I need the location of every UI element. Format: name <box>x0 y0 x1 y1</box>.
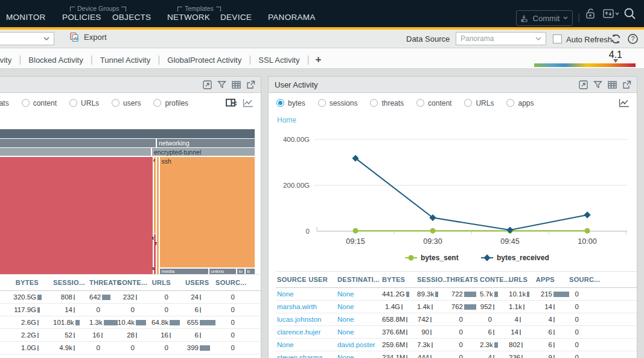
column-header[interactable]: SOURC... <box>569 276 596 283</box>
treemap-block[interactable] <box>0 139 156 147</box>
column-header[interactable]: URLS <box>151 279 185 286</box>
breadcrumb[interactable]: Home <box>269 113 637 127</box>
user-link[interactable]: david.poster <box>337 341 375 348</box>
column-header[interactable]: BYTES <box>382 276 417 283</box>
export-button[interactable]: Export <box>69 32 107 42</box>
data-source-select[interactable]: Panorama <box>456 32 546 45</box>
user-link[interactable]: steven.sharma <box>277 354 322 358</box>
nav-monitor[interactable]: MONITOR <box>6 13 46 22</box>
treemap-block-unkno[interactable]: unkno <box>209 269 236 274</box>
column-header[interactable]: URLS <box>509 276 535 283</box>
treemap-icon[interactable] <box>226 98 237 107</box>
treemap-block-encrypted-tunnel[interactable]: encrypted-tunnel <box>152 148 255 156</box>
left-select[interactable] <box>0 32 54 45</box>
radio-content[interactable]: content <box>416 99 451 107</box>
column-header[interactable]: USERS <box>185 279 215 286</box>
radio-profiles[interactable]: profiles <box>153 99 188 107</box>
tab-activity[interactable]: Activity <box>0 56 19 65</box>
column-header[interactable]: THREATS <box>89 279 117 286</box>
nav-objects[interactable]: OBJECTS <box>112 13 151 22</box>
column-header[interactable]: SOURCE USER <box>276 276 336 283</box>
radio-dot[interactable] <box>318 99 326 107</box>
tab-blocked-activity[interactable]: Blocked Activity <box>21 56 90 65</box>
column-header[interactable]: SESSIO... <box>53 279 89 286</box>
search-icon[interactable] <box>623 7 637 21</box>
auto-refresh-checkbox[interactable]: Auto Refresh <box>553 34 612 44</box>
tab-tunnel-activity[interactable]: Tunnel Activity <box>93 56 158 65</box>
user-link[interactable]: None <box>277 290 294 298</box>
radio-URLs[interactable]: URLs <box>464 99 494 107</box>
numeric-cell: 0 <box>89 304 117 316</box>
refresh-icon[interactable] <box>610 33 622 45</box>
treemap-block[interactable] <box>0 148 151 156</box>
user-link[interactable]: None <box>277 341 294 348</box>
line-chart-icon[interactable] <box>243 98 253 107</box>
treemap-block[interactable] <box>157 157 159 274</box>
treemap-block-networking[interactable]: networking <box>157 139 255 147</box>
radio-bytes[interactable]: bytes <box>276 99 305 107</box>
commit-button[interactable]: Commit <box>516 10 573 26</box>
treemap-block-media[interactable]: media <box>160 269 208 274</box>
radio-dot[interactable] <box>370 99 378 107</box>
column-header[interactable]: APPS <box>535 276 569 283</box>
maximize-icon[interactable] <box>579 80 588 89</box>
treemap-block[interactable] <box>0 129 255 138</box>
user-link[interactable]: None <box>337 354 354 358</box>
radio-dot[interactable] <box>416 99 424 107</box>
column-header[interactable]: DESTINATI... <box>336 276 382 283</box>
column-header[interactable]: CONTE... <box>117 279 151 286</box>
treemap-block[interactable] <box>154 157 156 234</box>
radio-dot[interactable] <box>153 99 161 107</box>
radio-dot[interactable] <box>506 99 514 107</box>
check-in-icon[interactable] <box>602 8 619 20</box>
maximize-icon[interactable] <box>203 80 212 89</box>
column-header[interactable]: SOURC... <box>215 279 252 286</box>
treemap-block-ssh[interactable]: ssh <box>160 157 255 267</box>
nav-policies[interactable]: POLICIES <box>62 13 101 22</box>
radio-dot[interactable] <box>22 99 30 107</box>
radio-URLs[interactable]: URLs <box>69 99 99 107</box>
user-link[interactable]: None <box>337 316 354 323</box>
filter-icon[interactable] <box>217 80 226 89</box>
table-icon[interactable] <box>608 80 617 89</box>
radio-content[interactable]: content <box>22 99 57 107</box>
checkbox[interactable] <box>553 34 562 43</box>
nav-network[interactable]: NETWORK <box>167 13 210 22</box>
treemap-block[interactable] <box>0 157 153 274</box>
radio-threats[interactable]: threats <box>0 99 9 107</box>
column-header[interactable]: THREATS <box>446 276 480 283</box>
user-link[interactable]: clarence.hujer <box>277 328 320 336</box>
magnitude-bar <box>74 307 75 313</box>
treemap-block-b[interactable]: b <box>246 269 255 274</box>
jump-icon[interactable] <box>246 80 255 89</box>
user-link[interactable]: marsha.wirth <box>277 303 317 310</box>
column-header[interactable]: CONTE... <box>480 276 509 283</box>
user-link[interactable]: None <box>337 290 354 298</box>
add-tab-button[interactable]: + <box>310 54 328 66</box>
treemap-block-lo[interactable]: lo <box>237 269 244 274</box>
lock-icon[interactable] <box>584 8 598 20</box>
radio-dot[interactable] <box>276 99 284 107</box>
radio-dot[interactable] <box>112 99 120 107</box>
radio-threats[interactable]: threats <box>370 99 404 107</box>
treemap-block[interactable] <box>154 234 156 274</box>
radio-apps[interactable]: apps <box>506 99 534 107</box>
radio-dot[interactable] <box>69 99 77 107</box>
tab-globalprotect-activity[interactable]: GlobalProtect Activity <box>160 56 249 65</box>
line-chart-icon[interactable] <box>619 98 630 107</box>
filter-icon[interactable] <box>593 80 602 89</box>
user-link[interactable]: None <box>337 303 354 310</box>
jump-icon[interactable] <box>622 80 631 89</box>
help-icon[interactable]: ? <box>627 33 639 45</box>
column-header[interactable]: BYTES <box>0 279 53 286</box>
radio-users[interactable]: users <box>112 99 141 107</box>
tab-ssl-activity[interactable]: SSL Activity <box>251 56 307 65</box>
radio-dot[interactable] <box>464 99 472 107</box>
user-link[interactable]: None <box>337 328 354 336</box>
table-icon[interactable] <box>232 80 241 89</box>
user-link[interactable]: lucas.johnston <box>277 316 322 323</box>
radio-sessions[interactable]: sessions <box>318 99 358 107</box>
column-header[interactable]: SESSIO... <box>417 276 446 283</box>
nav-device[interactable]: DEVICE <box>220 13 252 22</box>
nav-panorama[interactable]: PANORAMA <box>268 13 316 22</box>
